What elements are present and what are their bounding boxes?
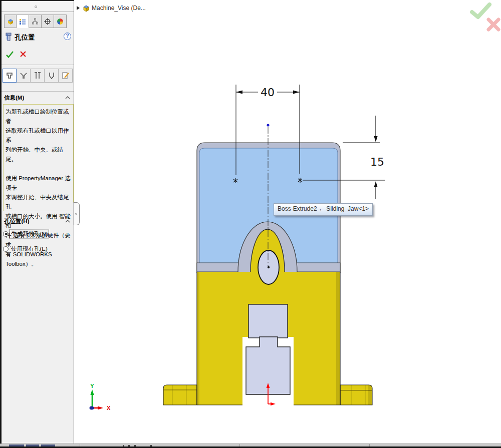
chevron-up-icon[interactable] — [65, 96, 71, 100]
tab-thread-spec[interactable] — [45, 69, 59, 83]
tab-middle-hole-spec[interactable] — [17, 69, 31, 83]
tab-start-hole-spec[interactable] — [3, 69, 17, 83]
grip-dot-icon — [35, 6, 37, 8]
model-canvas: 40 15 Y X — [74, 0, 501, 443]
radio-create-new-hole[interactable]: 生成新的孔(N) — [3, 230, 73, 238]
hole-spec-tab-bar — [3, 69, 73, 83]
confirm-row — [2, 50, 74, 60]
tab-display-manager[interactable] — [54, 15, 67, 28]
tab-end-hole-spec[interactable] — [31, 69, 45, 83]
tab-configuration-manager[interactable] — [29, 15, 42, 28]
hole-position-section-header[interactable]: 孔位置(H) — [2, 218, 74, 226]
info-section-header[interactable]: 信息(M) — [2, 94, 74, 102]
right-flange-shading — [368, 385, 372, 405]
tab-property-manager[interactable] — [17, 15, 29, 28]
smart-fastener-icon — [61, 71, 70, 80]
flyout-feature-tree[interactable]: Machine_Vise (De... — [77, 3, 146, 13]
arrowhead-left — [236, 91, 242, 94]
centerline-endpoint[interactable] — [267, 124, 269, 126]
left-edge-shading — [197, 272, 199, 405]
radio-use-existing-hole[interactable]: 使用现有孔(E) — [3, 245, 73, 253]
help-button[interactable]: ? — [64, 33, 71, 40]
radio-label[interactable]: 生成新的孔(N) — [10, 230, 49, 238]
separator — [2, 91, 74, 92]
confirmation-corner — [472, 5, 498, 30]
straight-hole-icon — [33, 71, 42, 80]
graphics-viewport[interactable]: 40 15 Y X — [74, 0, 501, 443]
tab-smart-fasteners[interactable] — [59, 69, 73, 83]
property-manager-icon — [19, 18, 27, 26]
tab-dimxpert-manager[interactable] — [42, 15, 54, 28]
cancel-button[interactable] — [20, 51, 27, 58]
triad-x-label: X — [107, 405, 111, 411]
hole-center-point[interactable] — [268, 266, 270, 268]
right-edge-shading — [336, 272, 340, 405]
corner-cancel-button[interactable] — [488, 20, 498, 30]
dimxpert-icon — [44, 18, 52, 26]
arrowhead-right — [293, 91, 300, 94]
triad-y-label: Y — [90, 383, 94, 389]
grip-dot-icon — [75, 213, 77, 215]
separator — [2, 65, 74, 65]
ok-button[interactable] — [6, 51, 15, 59]
right-flange[interactable] — [340, 385, 372, 405]
panel-splitter-handle[interactable] — [73, 202, 80, 225]
display-manager-icon — [56, 18, 64, 26]
radio-button-icon[interactable] — [3, 231, 9, 237]
tap-hole-icon — [47, 71, 56, 80]
feature-manager-icon — [7, 18, 15, 26]
radio-button-icon[interactable] — [3, 246, 9, 252]
manager-tab-bar — [4, 15, 67, 29]
arrowhead-down — [374, 136, 377, 142]
hole-series-icon — [5, 33, 13, 42]
hole-position-header-label: 孔位置(H) — [4, 218, 29, 225]
corner-ok-button[interactable] — [472, 5, 489, 17]
page-title: 孔位置 — [15, 33, 35, 42]
info-header-label: 信息(M) — [4, 94, 24, 102]
triad-origin-z — [90, 406, 94, 410]
counterbore-icon — [5, 71, 14, 80]
countersink-icon — [19, 71, 28, 80]
tree-item-label[interactable]: Machine_Vise (De... — [92, 5, 146, 12]
tab-feature-manager[interactable] — [4, 15, 17, 28]
dim-value[interactable]: 15 — [370, 156, 384, 168]
tree-expand-arrow-icon[interactable] — [77, 6, 80, 10]
property-manager-header: 孔位置 ? — [2, 32, 74, 44]
left-flange[interactable] — [163, 385, 197, 405]
property-manager-panel: 孔位置 ? — [2, 0, 74, 442]
arrowhead-up — [374, 181, 377, 187]
assembly-icon — [82, 4, 90, 13]
info-message-box: 为新孔或槽口绘制位置或者 选取现有孔或槽口以用作系 列的开始、中央、或结尾。 使… — [3, 104, 74, 211]
dim-value[interactable]: 40 — [261, 86, 275, 99]
chevron-up-icon[interactable] — [65, 219, 71, 223]
slot-upper-face[interactable] — [248, 304, 288, 338]
face-tooltip: Boss-Extrude2 ← Sliding_Jaw<1> — [274, 203, 373, 216]
panel-top-grip[interactable] — [2, 2, 74, 12]
radio-label[interactable]: 使用现有孔(E) — [10, 245, 49, 253]
orientation-triad: Y X — [90, 383, 111, 411]
configuration-manager-icon — [31, 18, 39, 26]
